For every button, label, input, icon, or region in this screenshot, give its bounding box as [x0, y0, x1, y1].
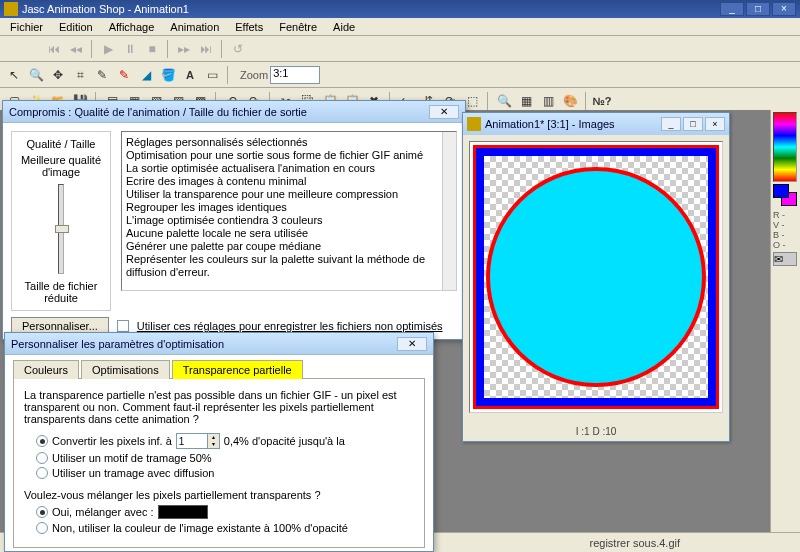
mail-icon[interactable]: ✉	[773, 252, 797, 266]
child-close-button[interactable]: ×	[705, 117, 725, 131]
quality-slider[interactable]	[58, 184, 64, 274]
child-maximize-button[interactable]: □	[683, 117, 703, 131]
menu-animation[interactable]: Animation	[162, 19, 227, 35]
dialog-title: Personnaliser les paramètres d'optimisat…	[11, 338, 393, 350]
color-ramp[interactable]	[773, 112, 797, 182]
canvas[interactable]	[469, 141, 723, 413]
grid-icon[interactable]: ▦	[516, 91, 536, 111]
play-button[interactable]: ▶	[98, 39, 118, 59]
radio-pattern-dither[interactable]	[36, 452, 48, 464]
animation-child-window: Animation1* [3:1] - Images _ □ × I :1 D …	[462, 112, 730, 442]
list-item: Regrouper les images identiques	[126, 201, 452, 214]
maximize-button[interactable]: □	[746, 2, 770, 16]
help-icon[interactable]: №?	[592, 91, 612, 111]
blend-color-swatch[interactable]	[158, 505, 208, 519]
list-scrollbar[interactable]	[442, 132, 456, 290]
crop-tool-icon[interactable]: ⌗	[70, 65, 90, 85]
radio-diffusion-dither[interactable]	[36, 467, 48, 479]
pause-button[interactable]: ⏸	[120, 39, 140, 59]
list-item: Ecrire des images à contenu minimal	[126, 175, 452, 188]
zoom-select[interactable]: 3:1	[270, 66, 320, 84]
child-minimize-button[interactable]: _	[661, 117, 681, 131]
zoom-in-icon[interactable]: 🔍	[494, 91, 514, 111]
tab-content: La transparence partielle n'est pas poss…	[13, 379, 425, 548]
blend-question: Voulez-vous mélanger les pixels partiell…	[24, 489, 414, 501]
radio-blend-no[interactable]	[36, 522, 48, 534]
arrow-tool-icon[interactable]: ↖	[4, 65, 24, 85]
best-quality-label: Meilleure qualité d'image	[16, 154, 106, 178]
spin-up[interactable]: ▴	[207, 434, 219, 441]
radio-blend-yes[interactable]	[36, 506, 48, 518]
radio-blend-label: Oui, mélanger avec :	[52, 506, 154, 518]
next-frame-button[interactable]: ▸▸	[174, 39, 194, 59]
fg-color[interactable]	[773, 184, 789, 198]
save-settings-label: Utiliser ces réglages pour enregistrer l…	[137, 320, 443, 332]
quality-slider-group: Qualité / Taille Meilleure qualité d'ima…	[11, 131, 111, 311]
radio-pattern-label: Utiliser un motif de tramage 50%	[52, 452, 212, 464]
opacity-threshold-spinner[interactable]: ▴▾	[176, 433, 220, 449]
list-item: Utiliser la transparence pour une meille…	[126, 188, 452, 201]
status-filename: registrer sous.4.gif	[590, 537, 680, 549]
spinner-input[interactable]	[177, 434, 207, 448]
app-title: Jasc Animation Shop - Animation1	[22, 3, 720, 15]
stop-button[interactable]: ■	[142, 39, 162, 59]
quality-size-label: Qualité / Taille	[27, 138, 96, 150]
menu-fenetre[interactable]: Fenêtre	[271, 19, 325, 35]
dialog-close-icon[interactable]: ✕	[397, 337, 427, 351]
frames-icon[interactable]: ▥	[538, 91, 558, 111]
menu-effets[interactable]: Effets	[227, 19, 271, 35]
color-palette: R - V - B - O - ✉	[770, 110, 800, 552]
tab-colors[interactable]: Couleurs	[13, 360, 79, 379]
dialog-title: Compromis : Qualité de l'animation / Tai…	[9, 106, 425, 118]
eraser-icon[interactable]: ◢	[136, 65, 156, 85]
tab-bar: Couleurs Optimisations Transparence part…	[13, 359, 425, 379]
app-titlebar: Jasc Animation Shop - Animation1 _ □ ×	[0, 0, 800, 18]
prev-frame-button[interactable]: ◂◂	[66, 39, 86, 59]
move-tool-icon[interactable]: ✥	[48, 65, 68, 85]
toolbar-playback: ⏮ ◂◂ ▶ ⏸ ■ ▸▸ ⏭ ↺	[0, 36, 800, 62]
dialog-customize-optimization: Personnaliser les paramètres d'optimisat…	[4, 332, 434, 552]
rgb-readout: R - V - B - O -	[773, 210, 798, 250]
radio-convert-pixels[interactable]	[36, 435, 48, 447]
shape-tool-icon[interactable]: ▭	[202, 65, 222, 85]
tab-partial-transparency[interactable]: Transparence partielle	[172, 360, 303, 379]
dialog-quality-compromise: Compromis : Qualité de l'animation / Tai…	[2, 100, 466, 340]
spin-down[interactable]: ▾	[207, 441, 219, 448]
save-settings-checkbox[interactable]	[117, 320, 129, 332]
menu-affichage[interactable]: Affichage	[101, 19, 163, 35]
loop-button[interactable]: ↺	[228, 39, 248, 59]
app-icon	[4, 2, 18, 16]
close-button[interactable]: ×	[772, 2, 796, 16]
menubar: Fichier Edition Affichage Animation Effe…	[0, 18, 800, 36]
radio-noblend-label: Non, utiliser la couleur de l'image exis…	[52, 522, 348, 534]
fg-bg-swatch[interactable]	[773, 184, 797, 206]
menu-edition[interactable]: Edition	[51, 19, 101, 35]
text-tool-icon[interactable]: A	[180, 65, 200, 85]
dialog-close-icon[interactable]: ✕	[429, 105, 459, 119]
menu-fichier[interactable]: Fichier	[2, 19, 51, 35]
eyedropper-icon[interactable]: ✎	[92, 65, 112, 85]
settings-list: Réglages personnalisés sélectionnés Opti…	[121, 131, 457, 291]
fill-icon[interactable]: 🪣	[158, 65, 178, 85]
minimize-button[interactable]: _	[720, 2, 744, 16]
child-title: Animation1* [3:1] - Images	[485, 118, 659, 130]
first-frame-button[interactable]: ⏮	[44, 39, 64, 59]
child-icon	[467, 117, 481, 131]
list-item: La sortie optimisée actualisera l'animat…	[126, 162, 452, 175]
tab-optimizations[interactable]: Optimisations	[81, 360, 170, 379]
toolbar-tools: ↖ 🔍 ✥ ⌗ ✎ ✎ ◢ 🪣 A ▭ Zoom 3:1	[0, 62, 800, 88]
last-frame-button[interactable]: ⏭	[196, 39, 216, 59]
circle-shape	[486, 167, 706, 387]
radio-convert-label: Convertir les pixels inf. à	[52, 435, 172, 447]
list-item: Représenter les couleurs sur la palette …	[126, 253, 452, 279]
menu-aide[interactable]: Aide	[325, 19, 363, 35]
zoom-label: Zoom	[240, 69, 268, 81]
brush-icon[interactable]: ✎	[114, 65, 134, 85]
list-item: Aucune palette locale ne sera utilisée	[126, 227, 452, 240]
palette-icon[interactable]: 🎨	[560, 91, 580, 111]
zoom-tool-icon[interactable]: 🔍	[26, 65, 46, 85]
list-item: L'image optimisée contiendra 3 couleurs	[126, 214, 452, 227]
list-item: Optimisation pour une sortie sous forme …	[126, 149, 452, 162]
smallest-size-label: Taille de fichier réduite	[16, 280, 106, 304]
frame-info: I :1 D :10	[463, 426, 729, 437]
